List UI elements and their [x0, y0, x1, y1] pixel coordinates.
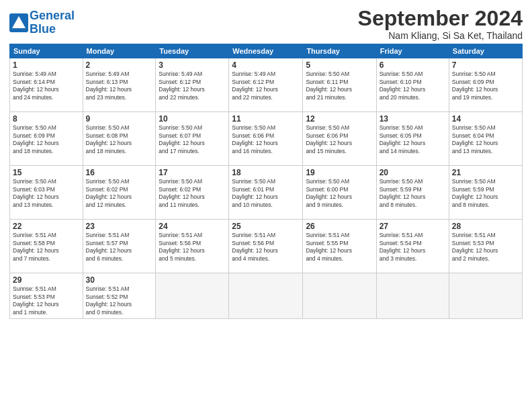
calendar-cell	[303, 273, 376, 319]
calendar-cell: 24Sunrise: 5:51 AMSunset: 5:56 PMDayligh…	[156, 220, 229, 273]
calendar-cell: 28Sunrise: 5:51 AMSunset: 5:53 PMDayligh…	[449, 220, 522, 273]
calendar-cell: 18Sunrise: 5:50 AMSunset: 6:01 PMDayligh…	[229, 166, 303, 220]
calendar-cell: 22Sunrise: 5:51 AMSunset: 5:58 PMDayligh…	[10, 220, 83, 273]
day-info: Sunrise: 5:50 AMSunset: 6:08 PMDaylight:…	[86, 124, 153, 155]
day-number: 30	[86, 275, 153, 285]
day-number: 29	[13, 275, 80, 285]
day-info: Sunrise: 5:50 AMSunset: 6:07 PMDaylight:…	[159, 124, 226, 155]
calendar-cell: 4Sunrise: 5:49 AMSunset: 6:12 PMDaylight…	[229, 58, 303, 112]
header: GeneralBlue September 2024 Nam Kliang, S…	[9, 7, 523, 41]
page: GeneralBlue September 2024 Nam Kliang, S…	[0, 0, 532, 411]
day-info: Sunrise: 5:51 AMSunset: 5:52 PMDaylight:…	[86, 285, 153, 316]
day-info: Sunrise: 5:51 AMSunset: 5:57 PMDaylight:…	[86, 232, 153, 263]
calendar-cell: 21Sunrise: 5:50 AMSunset: 5:59 PMDayligh…	[449, 166, 522, 220]
day-number: 18	[232, 168, 300, 177]
weekday-header-tuesday: Tuesday	[156, 44, 229, 58]
calendar-week-1: 1Sunrise: 5:49 AMSunset: 6:14 PMDaylight…	[10, 58, 523, 112]
logo-text: GeneralBlue	[30, 9, 75, 36]
calendar-cell: 25Sunrise: 5:51 AMSunset: 5:56 PMDayligh…	[229, 220, 303, 273]
weekday-row: SundayMondayTuesdayWednesdayThursdayFrid…	[10, 44, 523, 58]
day-number: 1	[13, 60, 80, 70]
calendar-cell: 3Sunrise: 5:49 AMSunset: 6:12 PMDaylight…	[156, 58, 229, 112]
day-number: 6	[380, 60, 446, 70]
calendar-header: SundayMondayTuesdayWednesdayThursdayFrid…	[10, 44, 523, 58]
day-number: 23	[86, 222, 153, 231]
day-number: 13	[380, 114, 446, 124]
calendar-table: SundayMondayTuesdayWednesdayThursdayFrid…	[9, 44, 523, 319]
weekday-header-saturday: Saturday	[449, 44, 522, 58]
day-info: Sunrise: 5:50 AMSunset: 6:02 PMDaylight:…	[86, 178, 153, 209]
calendar-cell: 27Sunrise: 5:51 AMSunset: 5:54 PMDayligh…	[376, 220, 449, 273]
weekday-header-monday: Monday	[83, 44, 156, 58]
calendar-cell: 5Sunrise: 5:50 AMSunset: 6:11 PMDaylight…	[303, 58, 376, 112]
day-info: Sunrise: 5:49 AMSunset: 6:14 PMDaylight:…	[13, 71, 80, 101]
title-area: September 2024 Nam Kliang, Si Sa Ket, Th…	[358, 7, 523, 41]
day-info: Sunrise: 5:50 AMSunset: 6:02 PMDaylight:…	[159, 178, 226, 209]
calendar-cell: 2Sunrise: 5:49 AMSunset: 6:13 PMDaylight…	[83, 58, 156, 112]
calendar-cell: 7Sunrise: 5:50 AMSunset: 6:09 PMDaylight…	[449, 58, 522, 112]
calendar-week-3: 15Sunrise: 5:50 AMSunset: 6:03 PMDayligh…	[10, 166, 523, 220]
calendar-week-2: 8Sunrise: 5:50 AMSunset: 6:09 PMDaylight…	[10, 112, 523, 166]
day-info: Sunrise: 5:50 AMSunset: 6:01 PMDaylight:…	[232, 178, 300, 209]
day-info: Sunrise: 5:50 AMSunset: 6:03 PMDaylight:…	[13, 178, 80, 209]
day-info: Sunrise: 5:50 AMSunset: 5:59 PMDaylight:…	[452, 178, 519, 209]
day-info: Sunrise: 5:50 AMSunset: 6:05 PMDaylight:…	[380, 124, 446, 155]
calendar-cell	[449, 273, 522, 319]
day-number: 11	[232, 114, 300, 124]
day-info: Sunrise: 5:50 AMSunset: 6:09 PMDaylight:…	[452, 71, 519, 101]
calendar-cell: 29Sunrise: 5:51 AMSunset: 5:53 PMDayligh…	[10, 273, 83, 319]
day-info: Sunrise: 5:51 AMSunset: 5:56 PMDaylight:…	[159, 232, 226, 263]
calendar-cell: 16Sunrise: 5:50 AMSunset: 6:02 PMDayligh…	[83, 166, 156, 220]
calendar-week-4: 22Sunrise: 5:51 AMSunset: 5:58 PMDayligh…	[10, 220, 523, 273]
calendar-cell: 15Sunrise: 5:50 AMSunset: 6:03 PMDayligh…	[10, 166, 83, 220]
day-number: 20	[380, 168, 446, 177]
day-number: 26	[306, 222, 373, 231]
day-info: Sunrise: 5:49 AMSunset: 6:12 PMDaylight:…	[159, 71, 226, 101]
day-info: Sunrise: 5:50 AMSunset: 6:10 PMDaylight:…	[380, 71, 446, 101]
day-number: 5	[306, 60, 373, 70]
calendar-cell	[376, 273, 449, 319]
calendar-cell	[229, 273, 303, 319]
day-info: Sunrise: 5:50 AMSunset: 6:06 PMDaylight:…	[306, 124, 373, 155]
day-info: Sunrise: 5:51 AMSunset: 5:54 PMDaylight:…	[380, 232, 446, 263]
weekday-header-friday: Friday	[376, 44, 449, 58]
day-info: Sunrise: 5:50 AMSunset: 6:00 PMDaylight:…	[306, 178, 373, 209]
calendar-cell: 6Sunrise: 5:50 AMSunset: 6:10 PMDaylight…	[376, 58, 449, 112]
weekday-header-wednesday: Wednesday	[229, 44, 303, 58]
calendar-cell: 19Sunrise: 5:50 AMSunset: 6:00 PMDayligh…	[303, 166, 376, 220]
day-number: 3	[159, 60, 226, 70]
day-info: Sunrise: 5:50 AMSunset: 5:59 PMDaylight:…	[380, 178, 446, 209]
calendar-body: 1Sunrise: 5:49 AMSunset: 6:14 PMDaylight…	[10, 58, 523, 319]
day-info: Sunrise: 5:51 AMSunset: 5:55 PMDaylight:…	[306, 232, 373, 263]
day-number: 22	[13, 222, 80, 231]
calendar-cell: 23Sunrise: 5:51 AMSunset: 5:57 PMDayligh…	[83, 220, 156, 273]
calendar-cell: 30Sunrise: 5:51 AMSunset: 5:52 PMDayligh…	[83, 273, 156, 319]
day-number: 21	[452, 168, 519, 177]
calendar-cell: 13Sunrise: 5:50 AMSunset: 6:05 PMDayligh…	[376, 112, 449, 166]
calendar-cell: 10Sunrise: 5:50 AMSunset: 6:07 PMDayligh…	[156, 112, 229, 166]
day-number: 12	[306, 114, 373, 124]
day-info: Sunrise: 5:50 AMSunset: 6:06 PMDaylight:…	[232, 124, 300, 155]
weekday-header-sunday: Sunday	[10, 44, 83, 58]
day-number: 16	[86, 168, 153, 177]
calendar-cell: 14Sunrise: 5:50 AMSunset: 6:04 PMDayligh…	[449, 112, 522, 166]
calendar-cell	[156, 273, 229, 319]
day-number: 8	[13, 114, 80, 124]
day-number: 2	[86, 60, 153, 70]
day-number: 19	[306, 168, 373, 177]
calendar-cell: 11Sunrise: 5:50 AMSunset: 6:06 PMDayligh…	[229, 112, 303, 166]
day-number: 4	[232, 60, 300, 70]
calendar-cell: 26Sunrise: 5:51 AMSunset: 5:55 PMDayligh…	[303, 220, 376, 273]
calendar-cell: 17Sunrise: 5:50 AMSunset: 6:02 PMDayligh…	[156, 166, 229, 220]
day-number: 27	[380, 222, 446, 231]
day-info: Sunrise: 5:51 AMSunset: 5:58 PMDaylight:…	[13, 232, 80, 263]
calendar-week-5: 29Sunrise: 5:51 AMSunset: 5:53 PMDayligh…	[10, 273, 523, 319]
day-info: Sunrise: 5:51 AMSunset: 5:53 PMDaylight:…	[452, 232, 519, 263]
day-number: 10	[159, 114, 226, 124]
weekday-header-thursday: Thursday	[303, 44, 376, 58]
day-info: Sunrise: 5:51 AMSunset: 5:53 PMDaylight:…	[13, 285, 80, 316]
logo-icon	[9, 13, 28, 32]
day-info: Sunrise: 5:49 AMSunset: 6:12 PMDaylight:…	[232, 71, 300, 101]
month-title: September 2024	[358, 7, 523, 30]
logo-area: GeneralBlue	[9, 9, 75, 36]
